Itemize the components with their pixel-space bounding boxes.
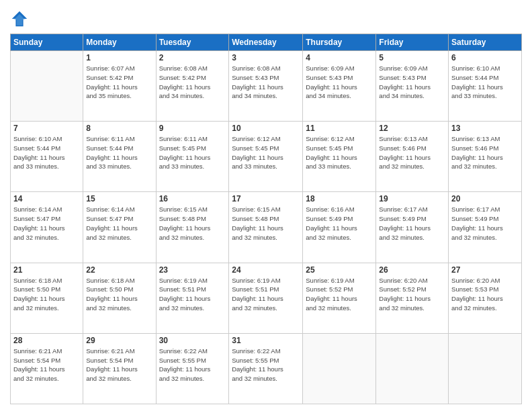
- day-info: Sunrise: 6:17 AM Sunset: 5:49 PM Dayligh…: [451, 205, 519, 242]
- day-number: 25: [306, 265, 373, 275]
- calendar-cell: 28Sunrise: 6:21 AM Sunset: 5:54 PM Dayli…: [11, 333, 83, 404]
- day-number: 8: [86, 124, 152, 133]
- calendar-cell: 12Sunrise: 6:13 AM Sunset: 5:46 PM Dayli…: [376, 122, 449, 192]
- day-number: 12: [379, 124, 445, 133]
- day-info: Sunrise: 6:21 AM Sunset: 5:54 PM Dayligh…: [86, 347, 152, 383]
- day-number: 5: [379, 53, 445, 62]
- calendar-cell: 31Sunrise: 6:22 AM Sunset: 5:55 PM Dayli…: [229, 333, 303, 404]
- day-info: Sunrise: 6:13 AM Sunset: 5:46 PM Dayligh…: [451, 134, 519, 171]
- calendar-cell: [11, 51, 83, 122]
- calendar-table: SundayMondayTuesdayWednesdayThursdayFrid…: [10, 34, 522, 404]
- day-info: Sunrise: 6:12 AM Sunset: 5:45 PM Dayligh…: [232, 134, 300, 171]
- calendar-cell: 17Sunrise: 6:15 AM Sunset: 5:48 PM Dayli…: [229, 192, 303, 263]
- day-number: 21: [13, 265, 80, 275]
- day-info: Sunrise: 6:11 AM Sunset: 5:44 PM Dayligh…: [86, 134, 152, 171]
- calendar-week-row: 7Sunrise: 6:10 AM Sunset: 5:44 PM Daylig…: [11, 122, 522, 192]
- calendar-cell: 27Sunrise: 6:20 AM Sunset: 5:53 PM Dayli…: [449, 263, 522, 333]
- day-info: Sunrise: 6:15 AM Sunset: 5:48 PM Dayligh…: [232, 205, 300, 242]
- calendar-week-row: 28Sunrise: 6:21 AM Sunset: 5:54 PM Dayli…: [11, 333, 522, 404]
- day-info: Sunrise: 6:13 AM Sunset: 5:46 PM Dayligh…: [379, 134, 445, 171]
- calendar-cell: 6Sunrise: 6:10 AM Sunset: 5:44 PM Daylig…: [449, 51, 522, 122]
- day-number: 19: [379, 194, 445, 203]
- day-number: 7: [13, 124, 80, 133]
- day-info: Sunrise: 6:19 AM Sunset: 5:52 PM Dayligh…: [306, 276, 373, 313]
- day-number: 28: [13, 336, 80, 345]
- day-number: 10: [232, 124, 300, 133]
- day-info: Sunrise: 6:12 AM Sunset: 5:45 PM Dayligh…: [306, 134, 373, 171]
- day-info: Sunrise: 6:21 AM Sunset: 5:54 PM Dayligh…: [13, 347, 80, 383]
- day-info: Sunrise: 6:18 AM Sunset: 5:50 PM Dayligh…: [13, 276, 80, 313]
- calendar-cell: 23Sunrise: 6:19 AM Sunset: 5:51 PM Dayli…: [156, 263, 229, 333]
- calendar-cell: 26Sunrise: 6:20 AM Sunset: 5:52 PM Dayli…: [376, 263, 449, 333]
- calendar-cell: [303, 333, 376, 404]
- calendar-cell: 30Sunrise: 6:22 AM Sunset: 5:55 PM Dayli…: [156, 333, 229, 404]
- calendar-cell: 20Sunrise: 6:17 AM Sunset: 5:49 PM Dayli…: [449, 192, 522, 263]
- calendar-cell: 3Sunrise: 6:08 AM Sunset: 5:43 PM Daylig…: [229, 51, 303, 122]
- calendar-cell: 11Sunrise: 6:12 AM Sunset: 5:45 PM Dayli…: [303, 122, 376, 192]
- day-number: 22: [86, 265, 152, 275]
- day-number: 26: [379, 265, 445, 275]
- day-info: Sunrise: 6:20 AM Sunset: 5:53 PM Dayligh…: [451, 276, 519, 313]
- calendar-header-thursday: Thursday: [303, 34, 376, 51]
- calendar-cell: 29Sunrise: 6:21 AM Sunset: 5:54 PM Dayli…: [83, 333, 156, 404]
- day-number: 1: [86, 53, 152, 62]
- calendar-cell: 13Sunrise: 6:13 AM Sunset: 5:46 PM Dayli…: [449, 122, 522, 192]
- calendar-week-row: 21Sunrise: 6:18 AM Sunset: 5:50 PM Dayli…: [11, 263, 522, 333]
- day-number: 30: [159, 336, 226, 345]
- header: [10, 7, 522, 28]
- logo: [10, 9, 32, 28]
- calendar-cell: 7Sunrise: 6:10 AM Sunset: 5:44 PM Daylig…: [11, 122, 83, 192]
- calendar-cell: 10Sunrise: 6:12 AM Sunset: 5:45 PM Dayli…: [229, 122, 303, 192]
- day-info: Sunrise: 6:07 AM Sunset: 5:42 PM Dayligh…: [86, 64, 152, 101]
- day-number: 24: [232, 265, 300, 275]
- day-number: 29: [86, 336, 152, 345]
- day-info: Sunrise: 6:19 AM Sunset: 5:51 PM Dayligh…: [159, 276, 226, 313]
- day-number: 20: [451, 194, 519, 203]
- day-number: 23: [159, 265, 226, 275]
- calendar-cell: 1Sunrise: 6:07 AM Sunset: 5:42 PM Daylig…: [83, 51, 156, 122]
- day-number: 17: [232, 194, 300, 203]
- day-number: 6: [451, 53, 519, 62]
- day-info: Sunrise: 6:19 AM Sunset: 5:51 PM Dayligh…: [232, 276, 300, 313]
- day-info: Sunrise: 6:14 AM Sunset: 5:47 PM Dayligh…: [13, 205, 80, 242]
- calendar-cell: 21Sunrise: 6:18 AM Sunset: 5:50 PM Dayli…: [11, 263, 83, 333]
- day-info: Sunrise: 6:09 AM Sunset: 5:43 PM Dayligh…: [306, 64, 373, 101]
- day-info: Sunrise: 6:10 AM Sunset: 5:44 PM Dayligh…: [451, 64, 519, 101]
- calendar-cell: 19Sunrise: 6:17 AM Sunset: 5:49 PM Dayli…: [376, 192, 449, 263]
- calendar-header-saturday: Saturday: [449, 34, 522, 51]
- day-number: 4: [306, 53, 373, 62]
- day-info: Sunrise: 6:22 AM Sunset: 5:55 PM Dayligh…: [232, 347, 300, 383]
- calendar-cell: 15Sunrise: 6:14 AM Sunset: 5:47 PM Dayli…: [83, 192, 156, 263]
- day-info: Sunrise: 6:17 AM Sunset: 5:49 PM Dayligh…: [379, 205, 445, 242]
- day-number: 15: [86, 194, 152, 203]
- calendar-cell: 18Sunrise: 6:16 AM Sunset: 5:49 PM Dayli…: [303, 192, 376, 263]
- day-info: Sunrise: 6:09 AM Sunset: 5:43 PM Dayligh…: [379, 64, 445, 101]
- calendar-header-tuesday: Tuesday: [156, 34, 229, 51]
- calendar-week-row: 14Sunrise: 6:14 AM Sunset: 5:47 PM Dayli…: [11, 192, 522, 263]
- day-number: 3: [232, 53, 300, 62]
- calendar-cell: 4Sunrise: 6:09 AM Sunset: 5:43 PM Daylig…: [303, 51, 376, 122]
- day-number: 31: [232, 336, 300, 345]
- day-number: 18: [306, 194, 373, 203]
- calendar-week-row: 1Sunrise: 6:07 AM Sunset: 5:42 PM Daylig…: [11, 51, 522, 122]
- calendar-cell: 24Sunrise: 6:19 AM Sunset: 5:51 PM Dayli…: [229, 263, 303, 333]
- day-info: Sunrise: 6:08 AM Sunset: 5:43 PM Dayligh…: [232, 64, 300, 101]
- day-info: Sunrise: 6:22 AM Sunset: 5:55 PM Dayligh…: [159, 347, 226, 383]
- day-number: 11: [306, 124, 373, 133]
- day-number: 2: [159, 53, 226, 62]
- day-number: 13: [451, 124, 519, 133]
- calendar-cell: [449, 333, 522, 404]
- day-info: Sunrise: 6:08 AM Sunset: 5:42 PM Dayligh…: [159, 64, 226, 101]
- calendar-header-row: SundayMondayTuesdayWednesdayThursdayFrid…: [11, 34, 522, 51]
- calendar-cell: 8Sunrise: 6:11 AM Sunset: 5:44 PM Daylig…: [83, 122, 156, 192]
- day-number: 14: [13, 194, 80, 203]
- day-number: 9: [159, 124, 226, 133]
- page: SundayMondayTuesdayWednesdayThursdayFrid…: [0, 0, 532, 411]
- calendar-cell: 9Sunrise: 6:11 AM Sunset: 5:45 PM Daylig…: [156, 122, 229, 192]
- calendar-header-monday: Monday: [83, 34, 156, 51]
- calendar-header-friday: Friday: [376, 34, 449, 51]
- logo-icon: [10, 9, 29, 28]
- day-info: Sunrise: 6:18 AM Sunset: 5:50 PM Dayligh…: [86, 276, 152, 313]
- calendar-header-sunday: Sunday: [11, 34, 83, 51]
- calendar-cell: 16Sunrise: 6:15 AM Sunset: 5:48 PM Dayli…: [156, 192, 229, 263]
